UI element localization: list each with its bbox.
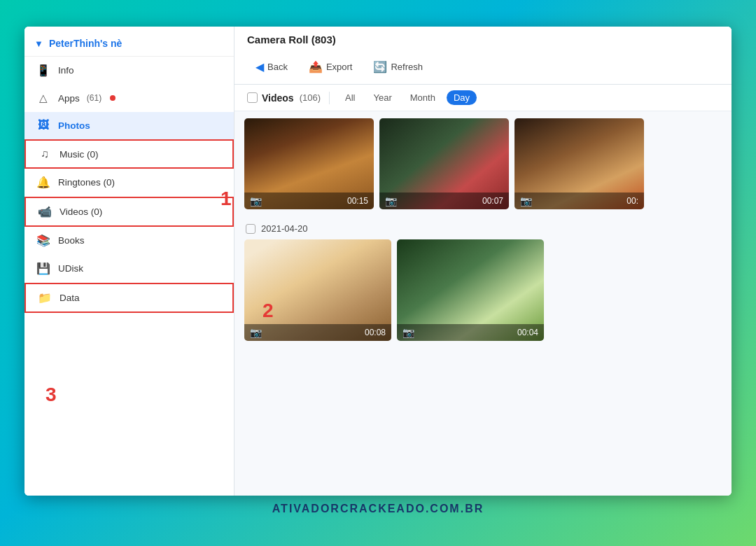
collapse-arrow-icon: ▼ — [34, 38, 43, 49]
filter-month[interactable]: Month — [403, 90, 442, 105]
video-thumb-4[interactable]: 📷 00:08 — [244, 239, 391, 341]
filter-row: Videos (106) All Year Month Day — [234, 85, 732, 111]
export-button[interactable]: 📤 Export — [300, 57, 361, 77]
apps-count: (61) — [87, 93, 102, 103]
photos-icon: 🖼 — [36, 119, 51, 132]
filter-separator — [329, 92, 330, 104]
camera-icon-2: 📷 — [385, 195, 397, 206]
udisk-icon: 💾 — [36, 262, 51, 275]
toolbar: ◀ Back 📤 Export 🔄 Refresh — [247, 51, 719, 84]
apps-icon: △ — [36, 92, 51, 104]
sidebar-item-music[interactable]: ♫ Music (0) — [24, 139, 234, 169]
filter-section-count: (106) — [300, 92, 321, 103]
page-title: Camera Roll (803) — [247, 34, 719, 51]
sidebar-item-info[interactable]: 📱 Info — [24, 57, 234, 85]
video-overlay-3: 📷 00: — [514, 192, 644, 209]
video-duration-3: 00: — [626, 196, 638, 206]
back-icon: ◀ — [255, 60, 264, 74]
refresh-label: Refresh — [391, 62, 423, 72]
main-header: Camera Roll (803) ◀ Back 📤 Export 🔄 Refr… — [234, 27, 732, 85]
date-text: 2021-04-20 — [261, 223, 308, 234]
camera-icon-5: 📷 — [402, 327, 414, 338]
sidebar-item-videos-label: Videos (0) — [59, 206, 102, 217]
video-thumb-3[interactable]: 📷 00: — [514, 118, 644, 209]
ringtones-icon: 🔔 — [36, 176, 51, 189]
sidebar-item-books-label: Books — [58, 235, 85, 246]
main-content: Camera Roll (803) ◀ Back 📤 Export 🔄 Refr… — [234, 27, 732, 496]
video-grid: 📷 00:15 📷 00:07 📷 00: — [234, 111, 732, 496]
refresh-icon: 🔄 — [373, 60, 387, 74]
video-row-top: 📷 00:15 📷 00:07 📷 00: — [244, 118, 722, 209]
sidebar-item-videos[interactable]: 📹 Videos (0) — [24, 197, 234, 227]
info-icon: 📱 — [36, 64, 51, 77]
video-row-bottom: 📷 00:08 📷 00:04 — [244, 239, 722, 341]
filter-section-label: Videos — [262, 92, 294, 104]
footer-text: ATIVADORCRACKEADO.COM.BR — [272, 503, 484, 514]
filter-all[interactable]: All — [338, 90, 362, 105]
video-overlay-2: 📷 00:07 — [379, 192, 509, 209]
refresh-button[interactable]: 🔄 Refresh — [365, 57, 431, 77]
apps-badge — [110, 95, 115, 101]
sidebar-item-books[interactable]: 📚 Books — [24, 227, 234, 255]
main-app: ▼ PeterThinh's nè 📱 Info △ Apps (61) 🖼 P… — [24, 27, 732, 496]
section-checkbox[interactable] — [247, 92, 258, 103]
sidebar-item-photos[interactable]: 🖼 Photos — [24, 112, 234, 139]
videos-icon: 📹 — [37, 205, 52, 218]
video-overlay-5: 📷 00:04 — [397, 324, 544, 341]
sidebar-item-apps[interactable]: △ Apps (61) — [24, 85, 234, 112]
video-thumb-1[interactable]: 📷 00:15 — [244, 118, 374, 209]
sidebar-item-ringtones[interactable]: 🔔 Ringtones (0) — [24, 169, 234, 197]
footer-bar: ATIVADORCRACKEADO.COM.BR — [24, 496, 732, 519]
date-checkbox[interactable] — [246, 224, 255, 234]
video-thumb-2[interactable]: 📷 00:07 — [379, 118, 509, 209]
filter-day[interactable]: Day — [447, 90, 477, 105]
sidebar-item-udisk-label: UDisk — [58, 263, 83, 274]
camera-icon-4: 📷 — [250, 327, 262, 338]
video-thumb-5[interactable]: 📷 00:04 — [397, 239, 544, 341]
camera-icon-1: 📷 — [250, 195, 262, 206]
filter-year[interactable]: Year — [366, 90, 398, 105]
video-overlay-4: 📷 00:08 — [244, 324, 391, 341]
video-overlay-1: 📷 00:15 — [244, 192, 374, 209]
music-icon: ♫ — [37, 148, 52, 160]
video-duration-2: 00:07 — [482, 196, 503, 206]
books-icon: 📚 — [36, 234, 51, 247]
device-name: PeterThinh's nè — [49, 38, 122, 49]
video-duration-4: 00:08 — [365, 328, 386, 337]
export-label: Export — [326, 62, 353, 72]
sidebar-item-ringtones-label: Ringtones (0) — [58, 177, 115, 188]
date-label: 2021-04-20 — [244, 218, 722, 239]
app-window: 1 2 3 ▼ PeterThinh's nè 📱 Info △ Apps (6… — [24, 27, 732, 496]
back-label: Back — [267, 62, 288, 72]
video-duration-5: 00:04 — [517, 328, 538, 337]
camera-icon-3: 📷 — [520, 195, 532, 206]
back-button[interactable]: ◀ Back — [247, 57, 296, 77]
sidebar-item-info-label: Info — [58, 65, 74, 76]
sidebar-item-music-label: Music (0) — [59, 149, 99, 160]
data-icon: 📁 — [37, 291, 52, 304]
export-icon: 📤 — [309, 60, 323, 74]
sidebar-item-data-label: Data — [59, 293, 80, 303]
video-duration-1: 00:15 — [347, 196, 368, 206]
sidebar-item-udisk[interactable]: 💾 UDisk — [24, 255, 234, 283]
sidebar-header[interactable]: ▼ PeterThinh's nè — [24, 27, 234, 57]
sidebar: ▼ PeterThinh's nè 📱 Info △ Apps (61) 🖼 P… — [24, 27, 234, 496]
sidebar-item-apps-label: Apps — [58, 93, 80, 104]
sidebar-item-data[interactable]: 📁 Data — [24, 283, 234, 313]
sidebar-item-photos-label: Photos — [58, 120, 90, 131]
